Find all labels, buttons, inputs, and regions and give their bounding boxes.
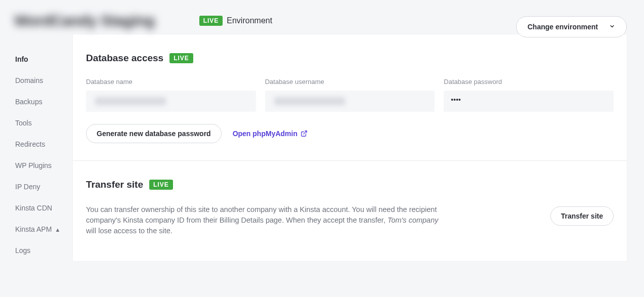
db-password-field[interactable]: ••••	[444, 91, 614, 112]
sidebar-item-label: Tools	[15, 119, 32, 127]
sidebar-item-backups[interactable]: Backups	[15, 91, 73, 112]
desc-text: will lose access to the site.	[86, 227, 173, 235]
sidebar-item-domains[interactable]: Domains	[15, 70, 73, 91]
transfer-site-button[interactable]: Transfer site	[550, 206, 614, 226]
site-title: WordCandy Staging	[14, 12, 155, 29]
external-link-icon	[300, 130, 308, 137]
sidebar-item-tools[interactable]: Tools	[15, 112, 73, 134]
link-label: Open phpMyAdmin	[233, 130, 297, 138]
sidebar-item-label: IP Deny	[15, 183, 40, 191]
sidebar-item-label: Domains	[15, 76, 43, 84]
live-badge: LIVE	[169, 53, 193, 63]
transfer-site-panel: Transfer site LIVE You can transfer owne…	[73, 161, 627, 253]
desc-company-name: Tom's company	[388, 216, 439, 224]
panel-title: Transfer site	[86, 179, 143, 190]
sidebar-item-info[interactable]: Info	[15, 49, 73, 70]
db-username-field[interactable]	[265, 91, 435, 112]
change-environment-button[interactable]: Change environment	[516, 16, 627, 37]
sidebar-item-redirects[interactable]: Redirects	[15, 134, 73, 155]
sidebar-item-label: Logs	[15, 246, 30, 254]
sidebar-item-wp-plugins[interactable]: WP Plugins	[15, 155, 73, 176]
environment-label: Environment	[227, 16, 272, 25]
db-name-field[interactable]	[86, 91, 256, 112]
main-content: Database access LIVE Database name Datab…	[73, 34, 627, 261]
sidebar-item-label: Kinsta CDN	[15, 204, 52, 212]
sidebar-item-label: WP Plugins	[15, 161, 52, 169]
sidebar-item-kinsta-cdn[interactable]: Kinsta CDN	[15, 197, 73, 219]
sidebar-item-label: Kinsta APM	[15, 225, 52, 233]
sidebar: Info Domains Backups Tools Redirects WP …	[0, 34, 73, 261]
svg-line-0	[304, 131, 307, 134]
generate-password-button[interactable]: Generate new database password	[86, 124, 222, 143]
sidebar-item-kinsta-apm[interactable]: Kinsta APM▲	[15, 219, 73, 240]
db-password-label: Database password	[444, 78, 614, 86]
live-badge: LIVE	[149, 180, 173, 190]
change-environment-label: Change environment	[528, 23, 598, 31]
db-username-label: Database username	[265, 78, 435, 86]
sidebar-item-logs[interactable]: Logs	[15, 240, 73, 261]
sidebar-item-label: Redirects	[15, 140, 45, 148]
transfer-description: You can transfer ownership of this site …	[86, 204, 440, 236]
sidebar-item-ip-deny[interactable]: IP Deny	[15, 176, 73, 197]
desc-text: You can transfer ownership of this site …	[86, 205, 437, 224]
sidebar-item-label: Backups	[15, 98, 42, 106]
triangle-up-icon: ▲	[55, 227, 60, 233]
chevron-down-icon	[609, 23, 615, 31]
live-badge: LIVE	[199, 16, 223, 26]
panel-title: Database access	[86, 53, 163, 64]
open-phpmyadmin-link[interactable]: Open phpMyAdmin	[233, 130, 308, 138]
environment-indicator: LIVE Environment	[199, 16, 273, 26]
database-access-panel: Database access LIVE Database name Datab…	[73, 34, 627, 161]
sidebar-item-label: Info	[15, 55, 28, 63]
db-name-label: Database name	[86, 78, 256, 86]
